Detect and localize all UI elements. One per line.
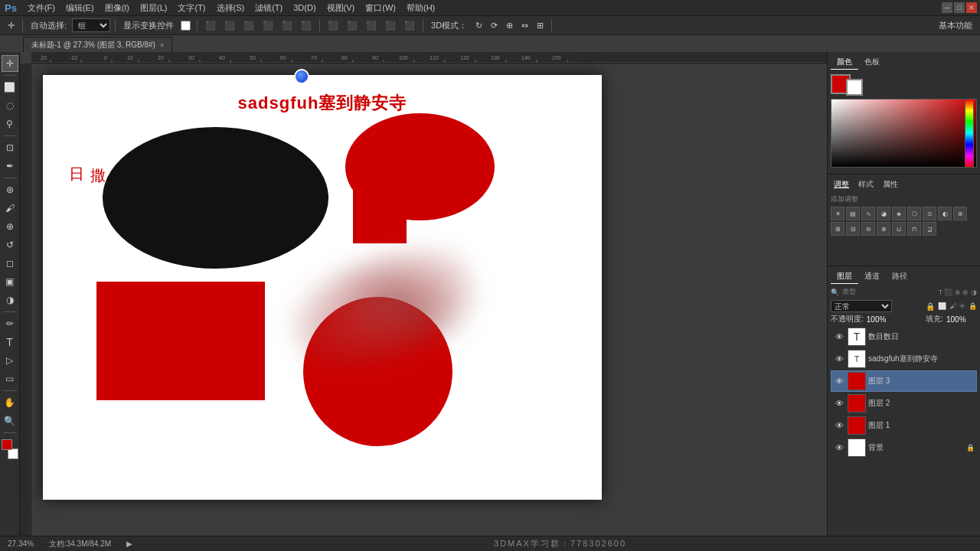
align-bottom[interactable]: ⬛: [298, 17, 315, 34]
color-gradient-picker[interactable]: [831, 99, 977, 168]
document-tab[interactable]: 未标题-1 @ 27.3% (图层 3, RGB/8#) ×: [23, 37, 172, 52]
adj-tab-styles[interactable]: 样式: [855, 178, 877, 191]
3d-zoom[interactable]: ⊞: [534, 17, 547, 34]
pen-tool[interactable]: ✏: [2, 315, 18, 332]
eyedropper-tool[interactable]: ✒: [2, 158, 18, 174]
lock-move[interactable]: ✛: [959, 302, 965, 310]
layer-visibility-text2[interactable]: 👁: [833, 353, 845, 365]
distribute-1[interactable]: ⬛: [325, 17, 341, 34]
quick-select-tool[interactable]: ⚲: [2, 116, 18, 132]
fill-value[interactable]: 100%: [946, 315, 977, 324]
move-tool[interactable]: ✛: [2, 55, 18, 72]
menu-text[interactable]: 文字(T): [173, 0, 210, 15]
text-tool[interactable]: T: [2, 334, 18, 350]
menu-help[interactable]: 帮助(H): [402, 0, 439, 15]
crop-tool[interactable]: ⊡: [2, 139, 18, 156]
align-left[interactable]: ⬛: [202, 17, 219, 34]
adj-vibrance[interactable]: ◈: [892, 207, 906, 220]
layers-tab-paths[interactable]: 路径: [886, 269, 913, 284]
adj-curves[interactable]: ∿: [861, 207, 875, 220]
lasso-tool[interactable]: ◌: [2, 97, 18, 114]
menu-file[interactable]: 文件(F): [23, 0, 60, 15]
layer-item-text1[interactable]: 👁 T 数目数日: [831, 326, 977, 347]
distribute-3[interactable]: ⬛: [363, 17, 380, 34]
clone-tool[interactable]: ⊕: [2, 218, 18, 235]
close-button[interactable]: ✕: [966, 2, 977, 13]
adj-levels[interactable]: ▤: [846, 207, 860, 220]
layer-item-layer3[interactable]: 👁 图层 3: [831, 370, 977, 392]
lock-paint[interactable]: 🖌: [949, 302, 956, 310]
history-tool[interactable]: ↺: [2, 236, 18, 253]
adj-photo-filter[interactable]: ⊛: [953, 207, 967, 220]
menu-filter[interactable]: 滤镜(T): [250, 0, 287, 15]
background-color-picker-swatch[interactable]: [846, 79, 863, 96]
gradient-tool[interactable]: ▣: [2, 273, 18, 290]
adj-tab-properties[interactable]: 属性: [880, 178, 901, 191]
3d-slide[interactable]: ⇔: [518, 17, 531, 34]
transform-controls-checkbox[interactable]: [181, 21, 191, 31]
menu-3d[interactable]: 3D(D): [289, 0, 320, 15]
adj-brightness[interactable]: ☀: [831, 207, 844, 220]
3d-orbit[interactable]: ⟳: [488, 17, 501, 34]
menu-layer[interactable]: 图层(L): [136, 0, 172, 15]
align-center-v[interactable]: ⬛: [279, 17, 296, 34]
lock-all[interactable]: 🔒: [969, 302, 977, 310]
adj-channel-mixer[interactable]: ⊞: [831, 222, 844, 236]
adj-gradient-map[interactable]: ⊓: [907, 222, 921, 236]
spot-heal-tool[interactable]: ⊛: [2, 181, 18, 198]
layer-item-background[interactable]: 👁 背景 🔒: [831, 437, 977, 458]
status-arrow[interactable]: ▶: [126, 540, 132, 548]
distribute-5[interactable]: ⬛: [401, 17, 418, 34]
foreground-color-swatch[interactable]: [2, 439, 12, 450]
auto-select-dropdown[interactable]: 组 图层: [72, 18, 110, 32]
layers-tab-layers[interactable]: 图层: [831, 269, 858, 284]
tab-close-button[interactable]: ×: [160, 41, 164, 49]
color-tab-swatches[interactable]: 色板: [858, 55, 886, 70]
brush-tool[interactable]: 🖌: [2, 200, 18, 217]
adj-color-lookup[interactable]: ⊟: [846, 222, 860, 236]
layers-tab-channels[interactable]: 通道: [858, 269, 886, 284]
minimize-button[interactable]: ─: [942, 2, 952, 13]
layer-item-layer2[interactable]: 👁 图层 2: [831, 393, 977, 414]
adj-hsl[interactable]: ⬡: [907, 207, 921, 220]
3d-rotate[interactable]: ↻: [472, 17, 485, 34]
lock-transparent[interactable]: ⬜: [938, 302, 946, 310]
adj-selective-color[interactable]: ⊒: [923, 222, 936, 236]
marquee-tool[interactable]: ⬜: [2, 79, 18, 96]
menu-image[interactable]: 图像(I): [100, 0, 134, 15]
layer-visibility-layer2[interactable]: 👁: [833, 397, 845, 409]
menu-window[interactable]: 窗口(W): [361, 0, 400, 15]
align-right[interactable]: ⬛: [240, 17, 257, 34]
path-tool[interactable]: ▷: [2, 352, 18, 369]
shape-tool[interactable]: ▭: [2, 370, 18, 387]
layer-visibility-background[interactable]: 👁: [833, 442, 845, 454]
adj-tab-adjustments[interactable]: 调整: [831, 178, 852, 191]
layer-visibility-layer1[interactable]: 👁: [833, 419, 845, 432]
adj-invert[interactable]: ⊖: [861, 222, 875, 236]
menu-select[interactable]: 选择(S): [212, 0, 250, 15]
menu-edit[interactable]: 编辑(E): [61, 0, 99, 15]
dodge-tool[interactable]: ◑: [2, 292, 18, 308]
3d-pan[interactable]: ⊕: [503, 17, 516, 34]
adj-posterize[interactable]: ⊕: [877, 222, 890, 236]
align-top[interactable]: ⬛: [260, 17, 276, 34]
color-tab-color[interactable]: 颜色: [831, 55, 858, 70]
layer-visibility-layer3[interactable]: 👁: [833, 375, 845, 387]
adj-exposure[interactable]: ◕: [877, 207, 890, 220]
distribute-2[interactable]: ⬛: [344, 17, 361, 34]
layer-item-layer1[interactable]: 👁 图层 1: [831, 415, 977, 436]
adj-threshold[interactable]: ⊔: [892, 222, 906, 236]
align-center-h[interactable]: ⬛: [221, 17, 238, 34]
adj-color-balance[interactable]: ⊙: [923, 207, 936, 220]
menu-view[interactable]: 视图(V): [322, 0, 360, 15]
distribute-4[interactable]: ⬛: [382, 17, 399, 34]
workspace-label[interactable]: 基本功能: [936, 17, 975, 34]
eraser-tool[interactable]: ◻: [2, 255, 18, 272]
maximize-button[interactable]: □: [954, 2, 965, 13]
zoom-tool[interactable]: 🔍: [2, 412, 18, 429]
background-color-swatch[interactable]: [8, 448, 18, 459]
opacity-value[interactable]: 100%: [867, 315, 897, 324]
hand-tool[interactable]: ✋: [2, 394, 18, 411]
adj-bw[interactable]: ◐: [938, 207, 952, 220]
canvas-area[interactable]: -20 -10 0 10 20 30 40 50 60 70 80 90 100…: [20, 52, 827, 536]
